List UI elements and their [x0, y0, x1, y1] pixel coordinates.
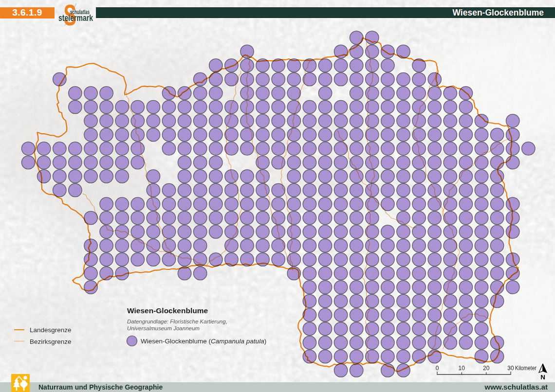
svg-text:30: 30	[507, 365, 514, 372]
svg-text:Bezirksgrenze: Bezirksgrenze	[30, 338, 72, 345]
svg-text:10: 10	[459, 365, 465, 372]
svg-text:N: N	[540, 374, 545, 381]
svg-text:20: 20	[483, 365, 490, 372]
svg-text:Landesgrenze: Landesgrenze	[30, 326, 72, 334]
svg-text:0: 0	[436, 365, 439, 372]
svg-text:Kilometer: Kilometer	[515, 365, 536, 372]
svg-text:Wiesen-Glockenblume: Wiesen-Glockenblume	[127, 306, 208, 315]
svg-text:steiermark: steiermark	[58, 13, 93, 23]
svg-text:Datengrundlage: Floristische K: Datengrundlage: Floristische Kartierung,	[127, 319, 227, 324]
svg-text:Wiesen-Glockenblume (Campanula: Wiesen-Glockenblume (Campanula patula)	[141, 338, 266, 345]
svg-text:Universalmuseum Joanneum: Universalmuseum Joanneum	[127, 325, 200, 331]
